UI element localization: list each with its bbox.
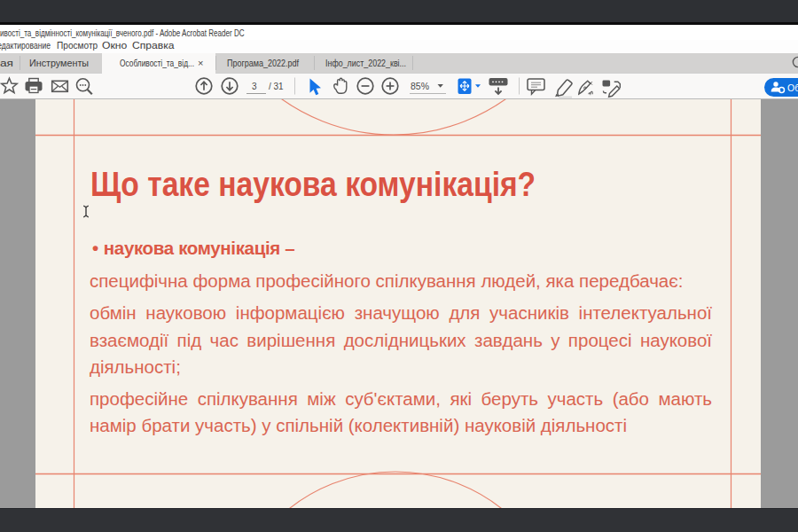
svg-text:Об: Об xyxy=(787,82,798,93)
